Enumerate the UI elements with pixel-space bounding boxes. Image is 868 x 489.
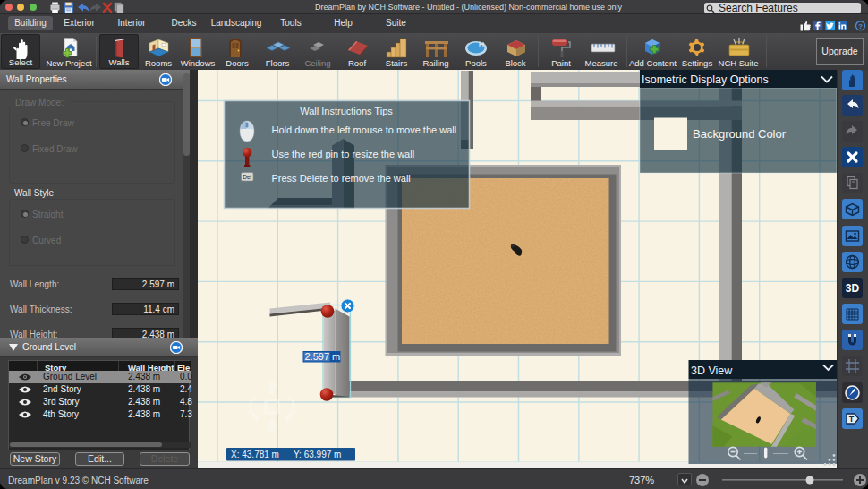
- svg-text:Del: Del: [243, 174, 251, 180]
- svg-text:2.597 m: 2.597 m: [305, 351, 341, 362]
- svg-text:Background Color: Background Color: [693, 127, 787, 141]
- svg-text:?: ?: [858, 21, 863, 30]
- svg-text:Isometric Display Options: Isometric Display Options: [642, 73, 769, 86]
- svg-text:3D: 3D: [846, 282, 860, 295]
- svg-text:X: 43.781 m: X: 43.781 m: [231, 450, 279, 459]
- svg-text:Hold down the left mouse to mo: Hold down the left mouse to move the wal…: [272, 124, 457, 135]
- svg-text:Wall Instructions Tips: Wall Instructions Tips: [300, 106, 393, 116]
- svg-text:T: T: [849, 415, 855, 424]
- svg-text:Y: 63.997 m: Y: 63.997 m: [294, 450, 341, 459]
- svg-text:Press Delete to remove the wal: Press Delete to remove the wall: [272, 173, 411, 184]
- svg-text:Use the red pin to resize the: Use the red pin to resize the wall: [272, 149, 415, 159]
- svg-text:3D View: 3D View: [691, 365, 733, 377]
